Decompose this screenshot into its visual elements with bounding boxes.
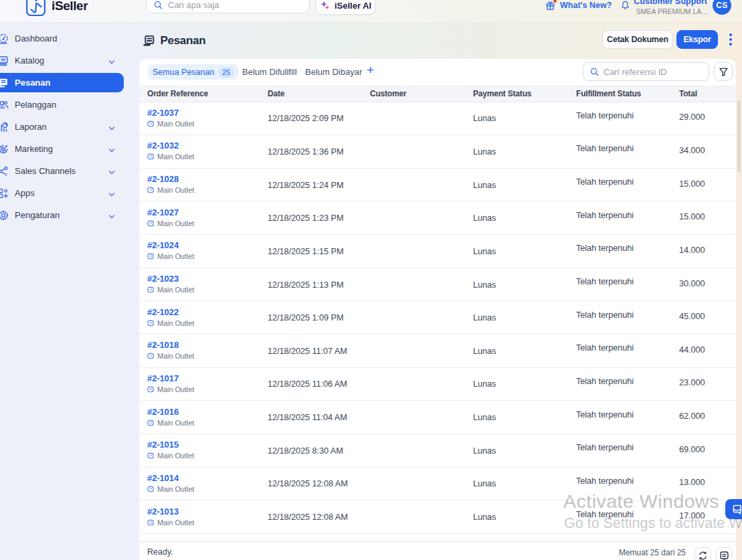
table-row[interactable]: #2-1028Main Outlet12/18/2025 1:24 PMLuna… xyxy=(139,168,736,201)
table-row[interactable]: #2-1022Main Outlet12/18/2025 1:09 PMLuna… xyxy=(139,301,736,335)
orders-table: Order ReferenceDateCustomerPayment Statu… xyxy=(139,86,736,534)
date-cell: 12/18/2025 12:08 AM xyxy=(260,500,362,534)
payment-status-cell: Lunas xyxy=(465,301,568,335)
sidebar-item-pesanan[interactable]: Pesanan xyxy=(0,73,124,92)
whats-new-link[interactable]: What's New? xyxy=(545,0,612,11)
tab-belum-difullfill[interactable]: Belum Difullfill xyxy=(242,64,297,80)
payment-status-cell: Lunas xyxy=(465,102,568,135)
sidebar-item-pengaturan[interactable]: Pengaturan xyxy=(0,205,137,225)
sidebar-item-sales-channels[interactable]: Sales Channels xyxy=(0,161,137,181)
sidebar-item-apps[interactable]: Apps xyxy=(0,183,137,203)
outlet-label: Main Outlet xyxy=(157,219,194,227)
order-reference-cell: #2-1017Main Outlet xyxy=(139,367,260,401)
fulfillment-status-cell: Telah terpenuhi xyxy=(568,367,671,401)
order-reference-link[interactable]: #2-1032 xyxy=(147,141,260,151)
iseller-logo-icon[interactable] xyxy=(26,0,45,15)
sidebar-item-label: Pesanan xyxy=(15,78,50,88)
live-chat-button[interactable] xyxy=(725,499,742,519)
customer-cell xyxy=(362,268,465,301)
fulfillment-status-cell: Telah terpenuhi xyxy=(568,268,671,301)
account-menu[interactable]: Customer Support SMEA PREMIUM LA... xyxy=(634,0,707,15)
add-tab-button[interactable]: + xyxy=(367,63,374,78)
fulfillment-status-cell: Telah terpenuhi xyxy=(568,135,671,169)
table-row[interactable]: #2-1023Main Outlet12/18/2025 1:13 PMLuna… xyxy=(139,268,736,301)
outlet-icon xyxy=(147,253,154,260)
payment-status-cell: Lunas xyxy=(465,334,568,367)
table-row[interactable]: #2-1013Main Outlet12/18/2025 12:08 AMLun… xyxy=(139,500,736,534)
date-cell: 12/18/2025 2:09 PM xyxy=(260,102,362,135)
scrollbar-thumb[interactable] xyxy=(737,100,741,173)
sidebar-item-label: Pengaturan xyxy=(15,210,60,220)
date-cell: 12/18/2025 11:06 AM xyxy=(260,367,362,401)
export-button[interactable]: Ekspor xyxy=(676,30,718,49)
order-reference-link[interactable]: #2-1022 xyxy=(147,307,260,317)
order-reference-link[interactable]: #2-1024 xyxy=(147,240,260,250)
tab-belum-dibayar[interactable]: Belum Dibayar xyxy=(305,64,362,80)
total-cell: 69.000 xyxy=(671,434,736,467)
column-header-order-reference[interactable]: Order Reference xyxy=(139,86,260,102)
sales-channels-icon xyxy=(0,166,9,177)
filter-button[interactable] xyxy=(714,62,733,81)
orders-card: Semua Pesanan 25 Belum Difullfill Belum … xyxy=(139,59,736,560)
table-row[interactable]: #2-1027Main Outlet12/18/2025 1:23 PMLuna… xyxy=(139,201,736,235)
order-reference-link[interactable]: #2-1016 xyxy=(147,407,260,417)
outlet-icon xyxy=(147,220,154,227)
fulfillment-status-cell: Telah terpenuhi xyxy=(568,334,671,367)
payment-status-cell: Lunas xyxy=(465,168,568,201)
customer-cell xyxy=(362,334,465,367)
outlet-label: Main Outlet xyxy=(157,153,194,161)
customer-cell xyxy=(362,467,465,500)
order-reference-link[interactable]: #2-1013 xyxy=(147,506,260,517)
sidebar-item-marketing[interactable]: Marketing xyxy=(0,139,137,159)
sidebar-item-label: Katalog xyxy=(15,56,44,66)
order-reference-link[interactable]: #2-1028 xyxy=(147,174,260,184)
payment-status-cell: Lunas xyxy=(465,268,568,301)
chat-bubble-icon xyxy=(731,504,742,515)
order-reference-link[interactable]: #2-1027 xyxy=(147,207,260,217)
order-reference-link[interactable]: #2-1037 xyxy=(147,108,260,118)
iseller-ai-button[interactable]: iSeller AI xyxy=(316,0,375,15)
more-options-kebab-icon[interactable] xyxy=(723,30,738,49)
column-header-total[interactable]: Total xyxy=(671,86,736,102)
table-row[interactable]: #2-1037Main Outlet12/18/2025 2:09 PMLuna… xyxy=(139,102,736,135)
sidebar-item-laporan[interactable]: Laporan xyxy=(0,117,137,136)
table-row[interactable]: #2-1032Main Outlet12/18/2025 1:36 PMLuna… xyxy=(139,135,736,169)
sidebar-item-dashboard[interactable]: Dashboard xyxy=(0,29,137,48)
reference-search-input[interactable]: Cari referensi ID xyxy=(583,62,709,81)
whats-new-label: What's New? xyxy=(560,1,612,10)
customer-cell xyxy=(362,367,465,401)
table-row[interactable]: #2-1018Main Outlet12/18/2025 11:07 AMLun… xyxy=(139,334,736,367)
column-header-date[interactable]: Date xyxy=(260,86,362,102)
order-reference-cell: #2-1027Main Outlet xyxy=(139,201,260,235)
table-row[interactable]: #2-1014Main Outlet12/18/2025 12:08 AMLun… xyxy=(139,467,736,500)
column-header-payment-status[interactable]: Payment Status xyxy=(465,86,568,102)
avatar[interactable]: CS xyxy=(713,0,731,15)
customer-cell xyxy=(362,201,465,235)
table-row[interactable]: #2-1017Main Outlet12/18/2025 11:06 AMLun… xyxy=(139,367,736,401)
order-reference-link[interactable]: #2-1015 xyxy=(147,440,260,450)
sidebar-item-pelanggan[interactable]: Pelanggan xyxy=(0,95,137,114)
catalog-icon xyxy=(0,56,9,66)
order-reference-link[interactable]: #2-1018 xyxy=(147,340,260,350)
column-header-fulfillment-status[interactable]: Fulfillment Status xyxy=(568,86,671,102)
top-bar: iSeller Cari apa saja iSeller AI What's … xyxy=(0,0,742,23)
refresh-button[interactable] xyxy=(694,547,711,560)
table-row[interactable]: #2-1015Main Outlet12/18/2025 8:30 AMLuna… xyxy=(139,434,736,467)
column-header-customer[interactable]: Customer xyxy=(362,86,465,102)
global-search-input[interactable]: Cari apa saja xyxy=(146,0,310,13)
print-document-button[interactable]: Cetak Dokumen xyxy=(602,30,673,49)
sidebar-item-label: Dashboard xyxy=(15,33,58,43)
outlet-icon xyxy=(147,120,154,127)
tab-count-badge: 25 xyxy=(219,67,233,78)
table-row[interactable]: #2-1024Main Outlet12/18/2025 1:15 PMLuna… xyxy=(139,235,736,268)
order-reference-link[interactable]: #2-1023 xyxy=(147,274,260,284)
order-reference-link[interactable]: #2-1014 xyxy=(147,473,260,483)
table-row[interactable]: #2-1016Main Outlet12/18/2025 11:04 AMLun… xyxy=(139,401,736,434)
status-bar: Ready. Memuat 25 dari 25 xyxy=(139,541,736,560)
print-document-label: Cetak Dokumen xyxy=(607,35,668,44)
sidebar-item-katalog[interactable]: Katalog xyxy=(0,51,137,70)
console-log-button[interactable] xyxy=(716,547,733,560)
notifications-bell-icon[interactable] xyxy=(621,1,630,13)
order-reference-link[interactable]: #2-1017 xyxy=(147,373,260,383)
tab-semua-pesanan[interactable]: Semua Pesanan 25 xyxy=(148,64,238,80)
